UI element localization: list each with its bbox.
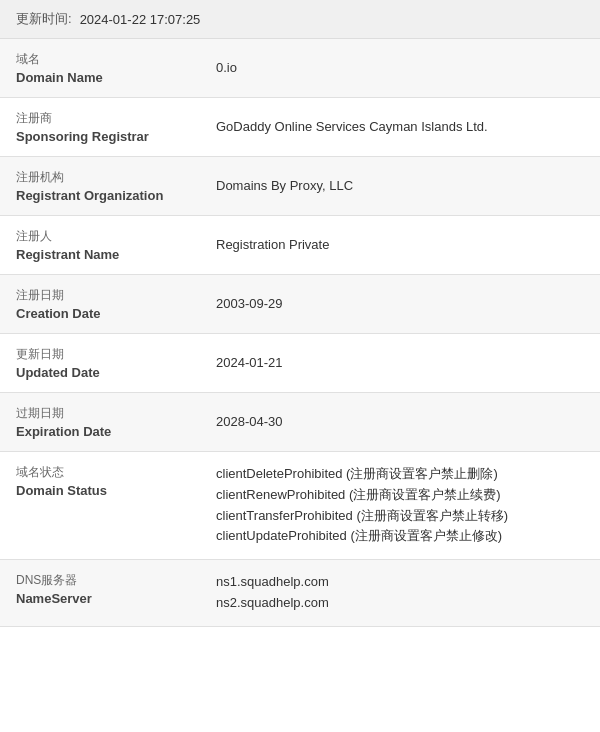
row-expiration-date: 过期日期Expiration Date2028-04-30 — [0, 393, 600, 452]
value-col-domain-status: clientDeleteProhibited (注册商设置客户禁止删除)clie… — [216, 464, 584, 547]
value-col-creation-date: 2003-09-29 — [216, 287, 584, 321]
label-zh-sponsoring-registrar: 注册商 — [16, 110, 200, 127]
value-col-updated-date: 2024-01-21 — [216, 346, 584, 380]
value-line: ns1.squadhelp.com — [216, 572, 584, 593]
value-line: clientDeleteProhibited (注册商设置客户禁止删除) — [216, 464, 584, 485]
label-en-domain-status: Domain Status — [16, 483, 200, 498]
value-col-sponsoring-registrar: GoDaddy Online Services Cayman Islands L… — [216, 110, 584, 144]
label-en-domain-name: Domain Name — [16, 70, 200, 85]
value-col-registrant-name: Registration Private — [216, 228, 584, 262]
row-registrant-organization: 注册机构Registrant OrganizationDomains By Pr… — [0, 157, 600, 216]
label-col-nameserver: DNS服务器NameServer — [16, 572, 216, 614]
label-en-registrant-organization: Registrant Organization — [16, 188, 200, 203]
label-en-updated-date: Updated Date — [16, 365, 200, 380]
value-col-nameserver: ns1.squadhelp.comns2.squadhelp.com — [216, 572, 584, 614]
whois-table: 更新时间: 2024-01-22 17:07:25 域名Domain Name0… — [0, 0, 600, 627]
label-en-registrant-name: Registrant Name — [16, 247, 200, 262]
label-en-expiration-date: Expiration Date — [16, 424, 200, 439]
value-line: GoDaddy Online Services Cayman Islands L… — [216, 117, 584, 138]
update-time-value: 2024-01-22 17:07:25 — [80, 12, 201, 27]
row-sponsoring-registrar: 注册商Sponsoring RegistrarGoDaddy Online Se… — [0, 98, 600, 157]
row-registrant-name: 注册人Registrant NameRegistration Private — [0, 216, 600, 275]
value-line: 2028-04-30 — [216, 412, 584, 433]
value-line: clientTransferProhibited (注册商设置客户禁止转移) — [216, 506, 584, 527]
label-col-registrant-name: 注册人Registrant Name — [16, 228, 216, 262]
update-time-row: 更新时间: 2024-01-22 17:07:25 — [0, 0, 600, 39]
label-zh-registrant-name: 注册人 — [16, 228, 200, 245]
label-col-expiration-date: 过期日期Expiration Date — [16, 405, 216, 439]
row-domain-status: 域名状态Domain StatusclientDeleteProhibited … — [0, 452, 600, 560]
label-zh-domain-name: 域名 — [16, 51, 200, 68]
value-col-domain-name: 0.io — [216, 51, 584, 85]
label-col-registrant-organization: 注册机构Registrant Organization — [16, 169, 216, 203]
rows-container: 域名Domain Name0.io注册商Sponsoring Registrar… — [0, 39, 600, 627]
value-line: 0.io — [216, 58, 584, 79]
label-zh-registrant-organization: 注册机构 — [16, 169, 200, 186]
label-zh-updated-date: 更新日期 — [16, 346, 200, 363]
label-en-creation-date: Creation Date — [16, 306, 200, 321]
label-col-sponsoring-registrar: 注册商Sponsoring Registrar — [16, 110, 216, 144]
value-line: Domains By Proxy, LLC — [216, 176, 584, 197]
value-col-registrant-organization: Domains By Proxy, LLC — [216, 169, 584, 203]
label-zh-nameserver: DNS服务器 — [16, 572, 200, 589]
label-col-creation-date: 注册日期Creation Date — [16, 287, 216, 321]
value-col-expiration-date: 2028-04-30 — [216, 405, 584, 439]
value-line: 2003-09-29 — [216, 294, 584, 315]
label-col-domain-name: 域名Domain Name — [16, 51, 216, 85]
label-zh-expiration-date: 过期日期 — [16, 405, 200, 422]
label-col-updated-date: 更新日期Updated Date — [16, 346, 216, 380]
label-zh-creation-date: 注册日期 — [16, 287, 200, 304]
value-line: clientRenewProhibited (注册商设置客户禁止续费) — [216, 485, 584, 506]
label-en-sponsoring-registrar: Sponsoring Registrar — [16, 129, 200, 144]
row-updated-date: 更新日期Updated Date2024-01-21 — [0, 334, 600, 393]
row-domain-name: 域名Domain Name0.io — [0, 39, 600, 98]
label-col-domain-status: 域名状态Domain Status — [16, 464, 216, 547]
row-nameserver: DNS服务器NameServerns1.squadhelp.comns2.squ… — [0, 560, 600, 627]
row-creation-date: 注册日期Creation Date2003-09-29 — [0, 275, 600, 334]
label-en-nameserver: NameServer — [16, 591, 200, 606]
value-line: 2024-01-21 — [216, 353, 584, 374]
update-time-label: 更新时间: — [16, 10, 72, 28]
value-line: Registration Private — [216, 235, 584, 256]
label-zh-domain-status: 域名状态 — [16, 464, 200, 481]
value-line: ns2.squadhelp.com — [216, 593, 584, 614]
value-line: clientUpdateProhibited (注册商设置客户禁止修改) — [216, 526, 584, 547]
